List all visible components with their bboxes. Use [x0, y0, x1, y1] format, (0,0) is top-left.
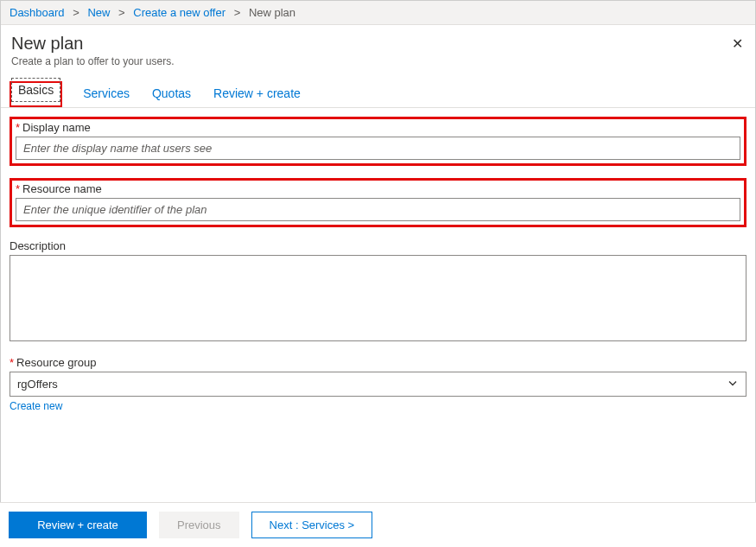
resource-group-label: *Resource group	[10, 356, 746, 369]
page-subtitle: Create a plan to offer to your users.	[11, 55, 745, 67]
breadcrumb-separator: >	[234, 6, 241, 19]
field-resource-group: *Resource group rgOffers Create new	[10, 356, 746, 412]
breadcrumb-link-new[interactable]: New	[87, 6, 110, 19]
field-description: Description	[10, 239, 746, 344]
review-create-button[interactable]: Review + create	[9, 512, 147, 538]
display-name-input[interactable]	[16, 137, 740, 160]
breadcrumb: Dashboard > New > Create a new offer > N…	[1, 1, 755, 25]
breadcrumb-link-dashboard[interactable]: Dashboard	[10, 6, 65, 19]
resource-group-select-wrap: rgOffers	[10, 372, 746, 397]
tab-quotas[interactable]: Quotas	[150, 81, 193, 107]
breadcrumb-separator: >	[73, 6, 79, 19]
next-button[interactable]: Next : Services >	[251, 512, 373, 538]
field-resource-name: *Resource name	[10, 178, 746, 227]
resource-name-input[interactable]	[16, 198, 740, 221]
breadcrumb-link-create-offer[interactable]: Create a new offer	[133, 6, 226, 19]
resource-group-select[interactable]: rgOffers	[10, 372, 746, 397]
resource-name-label: *Resource name	[16, 182, 740, 195]
breadcrumb-separator: >	[118, 6, 125, 19]
tab-services[interactable]: Services	[81, 81, 131, 107]
create-new-link[interactable]: Create new	[10, 400, 62, 412]
tab-basics[interactable]: Basics	[11, 78, 60, 102]
required-indicator: *	[10, 356, 14, 369]
breadcrumb-current: New plan	[249, 6, 295, 19]
close-icon[interactable]: ✕	[732, 35, 743, 52]
tabs-bar: Basics Services Quotas Review + create	[1, 74, 755, 108]
page-header: New plan Create a plan to offer to your …	[1, 25, 755, 74]
form-area: *Display name *Resource name Description…	[1, 108, 755, 412]
description-input[interactable]	[10, 255, 746, 341]
required-indicator: *	[16, 121, 20, 134]
description-label: Description	[10, 239, 746, 252]
tab-review-create[interactable]: Review + create	[212, 81, 302, 107]
display-name-label: *Display name	[16, 121, 740, 134]
required-indicator: *	[16, 182, 20, 195]
previous-button: Previous	[159, 512, 239, 538]
tab-basics-highlight: Basics	[10, 81, 62, 107]
footer-bar: Review + create Previous Next : Services…	[0, 502, 756, 547]
page-title: New plan	[11, 34, 745, 54]
field-display-name: *Display name	[10, 117, 746, 166]
